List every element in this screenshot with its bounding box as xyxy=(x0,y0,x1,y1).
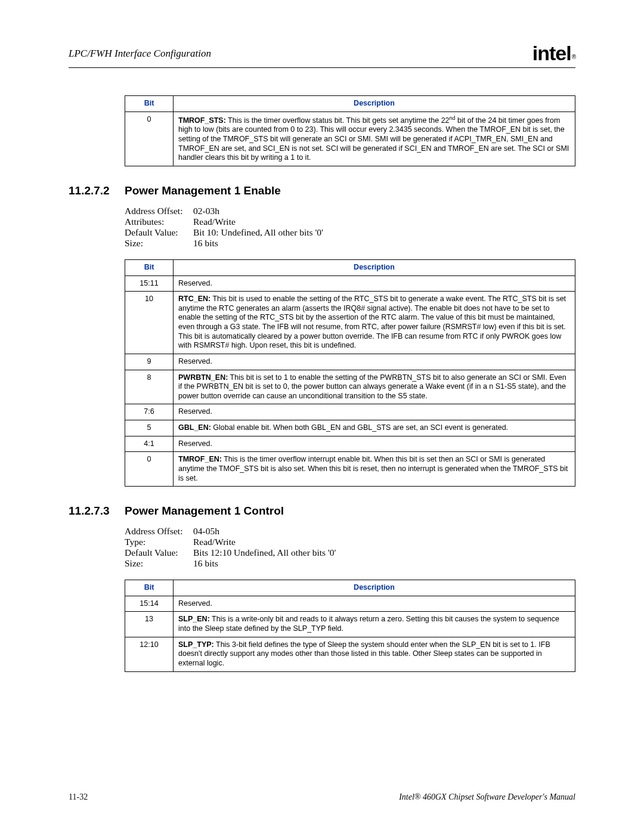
table-row: 9Reserved. xyxy=(125,354,575,370)
bit-cell: 0 xyxy=(125,112,174,166)
desc-cell: Reserved. xyxy=(174,354,575,370)
bit-cell: 7:6 xyxy=(125,404,174,420)
desc-cell: TMROF_EN: This is the timer overflow int… xyxy=(174,452,575,487)
desc-text: Reserved. xyxy=(178,439,212,448)
field-name: SLP_TYP: xyxy=(178,640,214,649)
desc-text: Reserved. xyxy=(178,279,212,287)
attr-value: Read/Write xyxy=(193,216,236,227)
attr-value: Bit 10: Undefined, All other bits '0' xyxy=(193,227,323,238)
desc-cell: PWRBTN_EN: This bit is set to 1 to enabl… xyxy=(174,370,575,404)
col-description: Description xyxy=(174,259,575,275)
desc-cell: SLP_EN: This is a write-only bit and rea… xyxy=(174,612,575,637)
desc-cell: Reserved. xyxy=(174,436,575,452)
attr-row: Type:Read/Write xyxy=(125,537,575,547)
desc-text: This 3-bit field defines the type of Sle… xyxy=(178,640,550,667)
page-number: 11-32 xyxy=(69,792,88,802)
col-bit: Bit xyxy=(125,580,174,596)
table-row: 4:1Reserved. xyxy=(125,436,575,452)
section-title: Power Management 1 Enable xyxy=(125,184,281,197)
table-row: 10RTC_EN: This bit is used to enable the… xyxy=(125,292,575,354)
field-name: GBL_EN: xyxy=(178,423,211,432)
logo-registered: ® xyxy=(572,54,576,60)
bit-cell: 0 xyxy=(125,452,174,487)
desc-cell: SLP_TYP: This 3-bit field defines the ty… xyxy=(174,637,575,671)
field-name: RTC_EN: xyxy=(178,295,210,303)
col-description: Description xyxy=(174,580,575,596)
table-row: 8PWRBTN_EN: This bit is set to 1 to enab… xyxy=(125,370,575,404)
desc-text: This is the timer overflow interrupt ena… xyxy=(178,455,568,482)
desc-cell: RTC_EN: This bit is used to enable the s… xyxy=(174,292,575,354)
register-attributes: Address Offset:04-05h Type:Read/Write De… xyxy=(125,526,575,569)
table-row: 15:14Reserved. xyxy=(125,596,575,612)
field-name: SLP_EN: xyxy=(178,615,210,623)
register-table-tmrof-sts: Bit Description 0 TMROF_STS: This is the… xyxy=(125,95,575,166)
bit-cell: 9 xyxy=(125,354,174,370)
section-heading-11-2-7-2: 11.2.7.2 Power Management 1 Enable xyxy=(69,184,575,197)
bit-cell: 13 xyxy=(125,612,174,637)
desc-cell: Reserved. xyxy=(174,404,575,420)
desc-text-a: This is the timer overflow status bit. T… xyxy=(226,116,450,125)
bit-cell: 15:14 xyxy=(125,596,174,612)
attr-row: Default Value:Bits 12:10 Undefined, All … xyxy=(125,547,575,558)
field-name: TMROF_STS: xyxy=(178,116,226,125)
attr-label: Default Value: xyxy=(125,227,193,238)
attr-row: Address Offset:04-05h xyxy=(125,526,575,537)
section-heading-11-2-7-3: 11.2.7.3 Power Management 1 Control xyxy=(69,504,575,518)
attr-row: Address Offset:02-03h xyxy=(125,206,575,216)
attr-label: Size: xyxy=(125,238,193,249)
attr-value: 16 bits xyxy=(193,238,218,249)
attr-label: Default Value: xyxy=(125,547,193,558)
attr-value: Bits 12:10 Undefined, All other bits '0' xyxy=(193,547,336,558)
desc-cell: Reserved. xyxy=(174,275,575,292)
page-footer: 11-32 Intel® 460GX Chipset Software Deve… xyxy=(69,792,575,802)
table-row: 12:10SLP_TYP: This 3-bit field defines t… xyxy=(125,637,575,671)
table-row: 7:6Reserved. xyxy=(125,404,575,420)
table-row: 15:11Reserved. xyxy=(125,275,575,292)
attr-row: Default Value:Bit 10: Undefined, All oth… xyxy=(125,227,575,238)
attr-row: Size:16 bits xyxy=(125,238,575,249)
desc-text: This bit is set to 1 to enable the setti… xyxy=(178,373,566,400)
manual-title: Intel® 460GX Chipset Software Developer'… xyxy=(399,792,575,802)
desc-text: Global enable bit. When both GBL_EN and … xyxy=(211,423,508,432)
attr-value: 16 bits xyxy=(193,558,218,569)
desc-text: This bit is used to enable the setting o… xyxy=(178,295,566,349)
table-row: 0TMROF_EN: This is the timer overflow in… xyxy=(125,452,575,487)
desc-cell: TMROF_STS: This is the timer overflow st… xyxy=(174,112,575,166)
bit-cell: 8 xyxy=(125,370,174,404)
field-name: PWRBTN_EN: xyxy=(178,373,228,382)
section-number: 11.2.7.2 xyxy=(69,184,125,197)
col-description: Description xyxy=(174,96,575,112)
section-number: 11.2.7.3 xyxy=(69,504,125,518)
field-name: TMROF_EN: xyxy=(178,455,222,463)
attr-label: Address Offset: xyxy=(125,206,193,216)
page-header: LPC/FWH Interface Configuration intel ® xyxy=(69,42,575,68)
superscript: nd xyxy=(450,115,456,121)
bit-cell: 10 xyxy=(125,292,174,354)
bit-cell: 5 xyxy=(125,420,174,436)
table-row: 13SLP_EN: This is a write-only bit and r… xyxy=(125,612,575,637)
register-table-pm1-control: Bit Description 15:14Reserved. 13SLP_EN:… xyxy=(125,580,575,671)
register-attributes: Address Offset:02-03h Attributes:Read/Wr… xyxy=(125,206,575,249)
desc-cell: Reserved. xyxy=(174,596,575,612)
bit-cell: 15:11 xyxy=(125,275,174,292)
section-title: Power Management 1 Control xyxy=(125,504,284,518)
desc-text: Reserved. xyxy=(178,357,212,366)
intel-logo: intel ® xyxy=(532,42,575,65)
desc-text: Reserved. xyxy=(178,407,212,416)
register-table-pm1-enable: Bit Description 15:11Reserved. 10RTC_EN:… xyxy=(125,259,575,487)
attr-value: 02-03h xyxy=(193,206,219,216)
logo-text: intel xyxy=(532,42,571,65)
table-row: 5GBL_EN: Global enable bit. When both GB… xyxy=(125,420,575,436)
desc-text: This is a write-only bit and reads to it… xyxy=(178,615,559,633)
desc-cell: GBL_EN: Global enable bit. When both GBL… xyxy=(174,420,575,436)
header-title: LPC/FWH Interface Configuration xyxy=(69,48,211,60)
col-bit: Bit xyxy=(125,96,174,112)
attr-row: Attributes:Read/Write xyxy=(125,216,575,227)
attr-row: Size:16 bits xyxy=(125,558,575,569)
bit-cell: 12:10 xyxy=(125,637,174,671)
bit-cell: 4:1 xyxy=(125,436,174,452)
attr-label: Address Offset: xyxy=(125,526,193,537)
table-row: 0 TMROF_STS: This is the timer overflow … xyxy=(125,112,575,166)
col-bit: Bit xyxy=(125,259,174,275)
attr-label: Size: xyxy=(125,558,193,569)
